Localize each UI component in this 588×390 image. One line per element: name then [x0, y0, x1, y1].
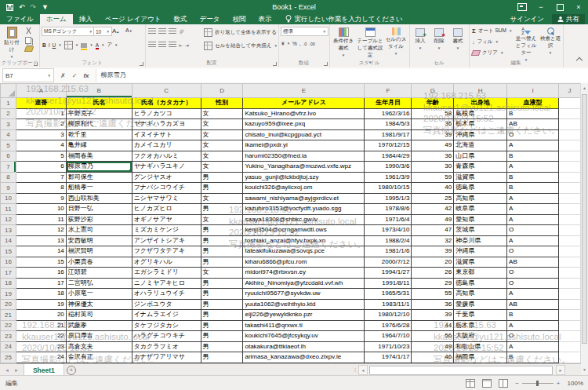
cell-B17[interactable]: 江頭碧 — [66, 268, 132, 279]
cell-C23[interactable]: ハラグチコウキチ — [132, 331, 201, 342]
column-header-J[interactable]: J — [558, 84, 580, 98]
cell-J3[interactable] — [558, 119, 580, 130]
increase-decimal-icon[interactable]: .0 — [303, 42, 307, 46]
cell-D4[interactable]: 女 — [201, 129, 243, 140]
column-header-E[interactable]: E — [243, 84, 365, 98]
cell-F9[interactable]: 1980/10/15 — [365, 183, 412, 194]
cell-H11[interactable]: 岐阜県 — [454, 204, 507, 215]
cell-C20[interactable]: ジンボユウタ — [132, 299, 201, 310]
insert-function-icon[interactable]: fx — [83, 72, 89, 79]
cell-F22[interactable]: 1976/6/28 — [365, 320, 412, 331]
share-button[interactable]: 共有 — [552, 14, 585, 24]
cell-E6[interactable]: harumi02350@fned.la — [243, 151, 365, 162]
cell-B19[interactable]: 小原竜一 — [66, 289, 132, 300]
collapse-ribbon-icon[interactable] — [576, 57, 583, 64]
underline-button[interactable]: U — [53, 42, 56, 48]
row-header-22[interactable]: 22 — [1, 320, 16, 331]
currency-dropdown-icon[interactable]: ▼ — [287, 42, 290, 46]
cell-J18[interactable] — [558, 278, 580, 289]
cell-H20[interactable]: 愛媛県 — [454, 299, 507, 310]
cell-E23[interactable]: koukichi7645@jfcsykqy.uv — [243, 331, 365, 342]
tab-page-layout[interactable]: ページ レイアウト — [99, 14, 168, 24]
select-all-corner[interactable] — [1, 84, 16, 98]
cell-D19[interactable]: 男 — [201, 289, 243, 300]
cell-F21[interactable]: 1980/12/10 — [365, 310, 412, 321]
cell-H13[interactable]: 茨城県 — [454, 225, 507, 236]
cell-F2[interactable]: 1962/3/16 — [365, 108, 412, 119]
cell-D23[interactable]: 男 — [201, 331, 243, 342]
number-format-select[interactable]: 標準▼ — [281, 27, 328, 36]
row-header-9[interactable]: 9 — [1, 183, 16, 194]
column-header-C[interactable]: C — [132, 84, 201, 98]
cell-B11[interactable]: 日野一弘 — [66, 204, 132, 215]
cell-J11[interactable] — [558, 204, 580, 215]
zoom-out-icon[interactable]: − — [515, 380, 519, 387]
cell-J10[interactable] — [558, 193, 580, 204]
cell-E15[interactable]: tateakifukuzawa@sovqs.pce — [243, 246, 365, 257]
cell-I19[interactable]: A — [507, 289, 559, 300]
cell-J8[interactable] — [558, 172, 580, 183]
cell-E9[interactable]: kouichi326@ayiicxoj.om — [243, 183, 365, 194]
sheet-nav-prev-icon[interactable]: ◄ — [5, 368, 9, 373]
cell-J17[interactable] — [558, 268, 580, 279]
cell-A22[interactable]: 21 — [16, 320, 66, 331]
cell-D25[interactable]: 男 — [201, 352, 243, 363]
cell-H9[interactable]: 徳島県 — [454, 183, 507, 194]
cell-G14[interactable]: 32 — [412, 235, 454, 246]
minimize-button[interactable]: − — [532, 0, 550, 14]
row-header-19[interactable]: 19 — [1, 289, 16, 300]
cell-E22[interactable]: takashi411@qrxwx.ti — [243, 320, 365, 331]
delete-cells-button[interactable]: × 削除▼ — [431, 28, 447, 50]
cell-A12[interactable]: 11 — [16, 214, 66, 225]
cell-G16[interactable]: 20 — [412, 257, 454, 268]
align-left-icon[interactable] — [148, 42, 156, 48]
cell-B7[interactable]: 柳原雪乃 — [66, 162, 132, 173]
row-header-20[interactable]: 20 — [1, 299, 16, 310]
cell-F8[interactable]: 1961/3/9 — [365, 172, 412, 183]
alignment-dialog-launcher[interactable] — [273, 62, 277, 66]
font-name-select[interactable]: MS Pゴシック▼ — [42, 27, 95, 36]
cell-A19[interactable]: 18 — [16, 289, 66, 300]
cell-G13[interactable]: 47 — [412, 225, 454, 236]
cell-G8[interactable]: 59 — [412, 172, 454, 183]
cell-J12[interactable] — [558, 214, 580, 225]
cell-E21[interactable]: eiji226@yewyldknko.pzr — [243, 310, 365, 321]
cell-G23[interactable]: 56 — [412, 331, 454, 342]
cell-E7[interactable]: Yukino_Yanagihara@mozwd.vxfe.wpz — [243, 162, 365, 173]
font-size-select[interactable]: 10▼ — [93, 27, 112, 36]
cell-A6[interactable]: 5 — [16, 151, 66, 162]
cell-J20[interactable] — [558, 299, 580, 310]
cell-B10[interactable]: 西山咲和美 — [66, 193, 132, 204]
sheet-tab-sheet1[interactable]: Sheet1 — [24, 364, 64, 376]
align-right-icon[interactable] — [169, 42, 176, 48]
clipboard-dialog-launcher[interactable] — [34, 62, 38, 66]
cell-D18[interactable]: 男 — [201, 278, 243, 289]
scroll-left-icon[interactable]: ◄ — [358, 365, 368, 375]
row-header-15[interactable]: 15 — [1, 246, 16, 257]
row-header-14[interactable]: 14 — [1, 235, 16, 246]
tell-me-box[interactable]: 実行したい作業を入力してください — [285, 14, 402, 24]
cell-E10[interactable]: sawami_nishiyama@ayjgxrdicv.et — [243, 193, 365, 204]
cell-C2[interactable]: ヒラノカツコ — [132, 108, 201, 119]
cell-A3[interactable]: 2 — [16, 119, 66, 130]
cell-D16[interactable]: 男 — [201, 257, 243, 268]
cell-H22[interactable]: 栃木県 — [454, 320, 507, 331]
cell-G21[interactable]: 39 — [412, 310, 454, 321]
cell-F1[interactable]: 生年月日 — [365, 98, 412, 109]
conditional-formatting-button[interactable]: 条件付き書式▼ — [331, 27, 356, 57]
cell-D17[interactable]: 女 — [201, 268, 243, 279]
cell-C11[interactable]: ヒノカズヒロ — [132, 204, 201, 215]
align-middle-icon[interactable] — [158, 28, 166, 35]
cell-H8[interactable]: 滋賀県 — [454, 172, 507, 183]
cell-F20[interactable]: 1983/11/1 — [365, 299, 412, 310]
cell-I10[interactable]: A — [507, 193, 559, 204]
cell-I17[interactable]: O — [507, 268, 559, 279]
cell-A10[interactable]: 9 — [16, 193, 66, 204]
currency-format-icon[interactable]: ¥ — [281, 41, 285, 46]
cell-A20[interactable]: 19 — [16, 299, 66, 310]
cell-E1[interactable]: メールアドレス — [243, 98, 365, 109]
insert-cells-button[interactable]: + 挿入▼ — [412, 28, 428, 50]
cell-C12[interactable]: オギノサアヤ — [132, 214, 201, 225]
cell-G4[interactable]: 39 — [412, 129, 454, 140]
cell-C14[interactable]: アンザイトシアキ — [132, 235, 201, 246]
